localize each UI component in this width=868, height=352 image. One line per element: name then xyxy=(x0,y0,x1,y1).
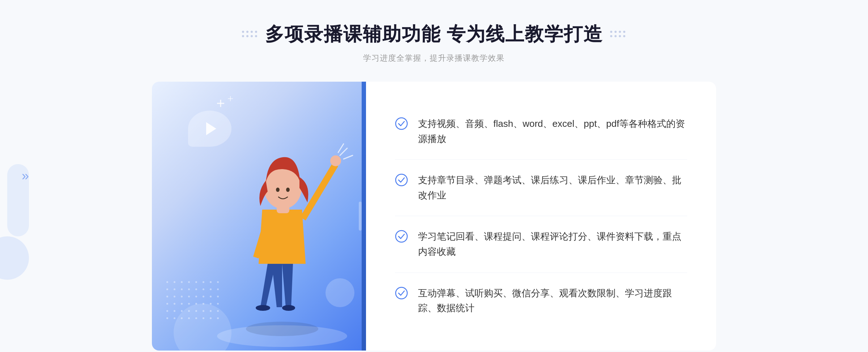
right-features-panel: 支持视频、音频、flash、word、excel、ppt、pdf等各种格式的资源… xyxy=(366,82,716,351)
feature-text-1: 支持视频、音频、flash、word、excel、ppt、pdf等各种格式的资源… xyxy=(418,116,687,146)
left-deco-circle xyxy=(0,236,29,280)
svg-point-1 xyxy=(246,322,318,336)
title-dots-left xyxy=(242,31,258,38)
header-section: 多项录播课辅助功能 专为线上教学打造 学习进度全掌握，提升录播课教学效果 xyxy=(242,0,626,64)
title-row: 多项录播课辅助功能 专为线上教学打造 xyxy=(242,22,626,47)
svg-point-13 xyxy=(396,174,407,186)
title-dots-right xyxy=(610,31,626,38)
svg-point-3 xyxy=(282,305,295,311)
feature-item-1: 支持视频、音频、flash、word、excel、ppt、pdf等各种格式的资源… xyxy=(395,103,687,160)
svg-point-7 xyxy=(276,188,280,192)
svg-line-10 xyxy=(344,155,353,159)
deco-stripes xyxy=(359,202,362,231)
feature-item-4: 互动弹幕、试听购买、微信分享、观看次数限制、学习进度跟踪、数据统计 xyxy=(395,273,687,329)
svg-point-2 xyxy=(256,305,270,311)
person-illustration xyxy=(210,119,369,351)
left-illustration-panel xyxy=(152,82,362,351)
svg-point-4 xyxy=(330,155,341,166)
svg-point-12 xyxy=(396,118,407,129)
svg-point-15 xyxy=(396,287,407,299)
svg-point-14 xyxy=(396,231,407,242)
check-icon-2 xyxy=(395,173,408,186)
feature-text-3: 学习笔记回看、课程提问、课程评论打分、课件资料下载，重点内容收藏 xyxy=(418,229,687,259)
check-icon-4 xyxy=(395,287,408,300)
sparkle-decoration-2 xyxy=(228,96,233,101)
check-icon-1 xyxy=(395,117,408,130)
feature-item-3: 学习笔记回看、课程提问、课程评论打分、课件资料下载，重点内容收藏 xyxy=(395,216,687,272)
svg-point-8 xyxy=(286,188,290,192)
sparkle-decoration-1 xyxy=(217,100,224,107)
subtitle: 学习进度全掌握，提升录播课教学效果 xyxy=(363,53,505,64)
page-container: 多项录播课辅助功能 专为线上教学打造 学习进度全掌握，提升录播课教学效果 » xyxy=(0,0,868,352)
svg-line-11 xyxy=(338,144,344,153)
content-area: 支持视频、音频、flash、word、excel、ppt、pdf等各种格式的资源… xyxy=(152,82,716,351)
feature-text-4: 互动弹幕、试听购买、微信分享、观看次数限制、学习进度跟踪、数据统计 xyxy=(418,286,687,316)
main-title: 多项录播课辅助功能 专为线上教学打造 xyxy=(265,22,603,47)
left-deco-circle2 xyxy=(7,164,29,236)
feature-text-2: 支持章节目录、弹题考试、课后练习、课后作业、章节测验、批改作业 xyxy=(418,173,687,203)
svg-line-9 xyxy=(340,148,347,155)
check-icon-3 xyxy=(395,230,408,243)
feature-item-2: 支持章节目录、弹题考试、课后练习、课后作业、章节测验、批改作业 xyxy=(395,160,687,216)
